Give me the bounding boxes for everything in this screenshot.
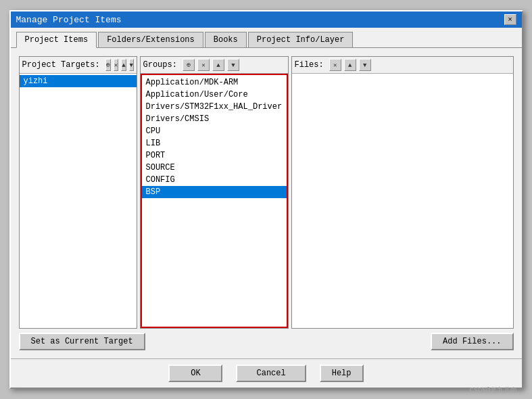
files-delete-button[interactable] — [329, 59, 341, 71]
list-item[interactable]: CPU — [142, 125, 287, 137]
manage-project-dialog: Manage Project Items × Project Items Fol… — [9, 10, 523, 389]
files-down-button[interactable] — [359, 59, 371, 71]
dialog-footer: OK Cancel Help CSDN@老九儿向 — [11, 358, 522, 388]
files-label: Files: — [295, 60, 324, 70]
title-bar: Manage Project Items × — [11, 11, 522, 28]
targets-panel: Project Targets: ⊕ y — [19, 56, 137, 329]
targets-label: Project Targets: — [22, 60, 100, 70]
groups-panel-header: Groups: ⊕ — [141, 57, 288, 74]
dialog-title: Manage Project Items — [16, 15, 122, 25]
add-files-button[interactable]: Add Files... — [431, 333, 513, 350]
list-item[interactable]: PORT — [142, 149, 287, 162]
tab-books[interactable]: Books — [205, 32, 247, 47]
files-panel-header: Files: — [292, 57, 513, 74]
bottom-buttons: Set as Current Target Add Files... — [19, 329, 514, 350]
list-item[interactable]: Application/User/Core — [142, 89, 287, 101]
list-item-bsp[interactable]: BSP — [142, 186, 287, 198]
close-button[interactable]: × — [504, 14, 516, 25]
list-item[interactable]: Drivers/CMSIS — [142, 113, 287, 125]
groups-label: Groups: — [143, 60, 177, 70]
ok-button[interactable]: OK — [168, 365, 222, 382]
cancel-button[interactable]: Cancel — [236, 365, 306, 382]
list-item[interactable]: CONFIG — [142, 174, 287, 186]
list-item[interactable]: yizhi — [20, 75, 137, 87]
close-icon: × — [508, 16, 512, 24]
targets-list[interactable]: yizhi — [20, 74, 137, 328]
down-icon — [130, 62, 133, 69]
files-panel: Files: — [291, 56, 514, 329]
up-icon — [216, 62, 220, 69]
files-up-button[interactable] — [344, 59, 356, 71]
tab-bar: Project Items Folders/Extensions Books P… — [11, 28, 522, 48]
new-icon: ⊕ — [106, 61, 110, 69]
groups-panel: Groups: ⊕ Applicatio — [140, 56, 289, 329]
groups-up-button[interactable] — [212, 59, 224, 71]
delete-icon — [333, 62, 337, 69]
targets-delete-button[interactable] — [114, 59, 118, 71]
targets-panel-header: Project Targets: ⊕ — [20, 57, 137, 74]
groups-delete-button[interactable] — [197, 59, 210, 71]
tab-project-info[interactable]: Project Info/Layer — [248, 32, 354, 47]
down-icon — [363, 62, 366, 69]
list-item[interactable]: LIB — [142, 137, 287, 149]
groups-new-button[interactable]: ⊕ — [183, 59, 195, 71]
tab-folders-extensions[interactable]: Folders/Extensions — [98, 32, 203, 47]
list-item[interactable]: Application/MDK-ARM — [142, 76, 287, 89]
files-list[interactable] — [292, 74, 513, 328]
content-area: Project Targets: ⊕ y — [11, 48, 522, 358]
list-item[interactable]: SOURCE — [142, 162, 287, 174]
help-button[interactable]: Help — [320, 365, 364, 382]
list-item[interactable]: Drivers/STM32F1xx_HAL_Driver — [142, 101, 287, 113]
targets-new-button[interactable]: ⊕ — [105, 59, 111, 71]
tab-project-items[interactable]: Project Items — [16, 32, 97, 48]
new-icon: ⊕ — [187, 61, 191, 69]
targets-up-button[interactable] — [121, 59, 126, 71]
watermark: CSDN@老九儿向 — [470, 384, 521, 395]
up-icon — [348, 62, 352, 69]
groups-list[interactable]: Application/MDK-ARM Application/User/Cor… — [141, 74, 288, 328]
targets-down-button[interactable] — [129, 59, 134, 71]
groups-down-button[interactable] — [227, 59, 239, 71]
up-icon — [122, 62, 125, 69]
set-as-current-target-button[interactable]: Set as Current Target — [19, 333, 145, 350]
delete-icon — [114, 62, 118, 69]
down-icon — [231, 62, 235, 69]
panels-row: Project Targets: ⊕ y — [19, 56, 514, 329]
delete-icon — [201, 62, 205, 69]
